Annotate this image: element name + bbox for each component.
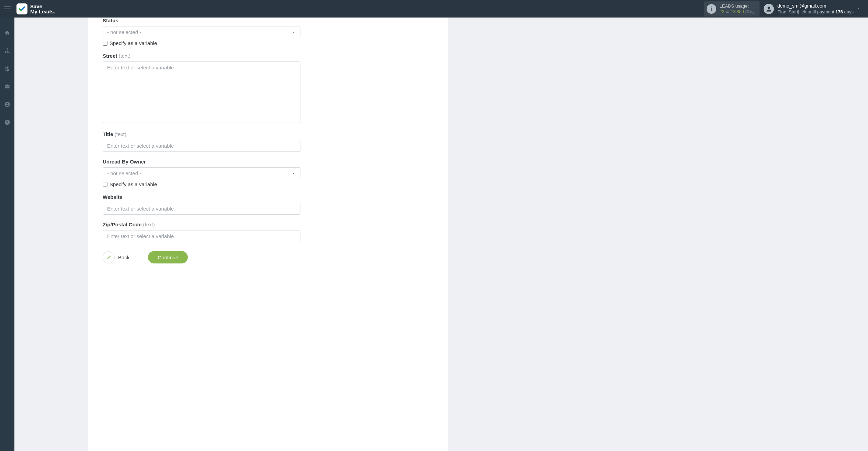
button-row: Back Continue [103, 251, 300, 263]
sidebar-item-help[interactable] [0, 117, 14, 127]
field-label-unread: Unread By Owner [103, 159, 300, 165]
brand-name: Save My Leads. [30, 4, 55, 14]
account-plan-line: Plan |Start| left until payment 176 days [777, 9, 854, 15]
unread-variable-label[interactable]: Specify as a variable [110, 181, 157, 187]
top-bar: Save My Leads. i LEADS usage: 23 of 13'8… [0, 0, 868, 18]
sidebar-item-home[interactable] [0, 28, 14, 38]
chevron-down-icon [291, 30, 296, 35]
status-select[interactable]: - not selected - [103, 26, 300, 38]
user-avatar-icon [764, 4, 774, 14]
field-label-status: Status [103, 18, 300, 23]
unread-variable-checkbox[interactable] [103, 182, 107, 187]
svg-rect-1 [7, 48, 8, 49]
sidebar-item-account[interactable] [0, 99, 14, 110]
field-label-title: Title (text) [103, 131, 300, 137]
account-menu[interactable]: demo_sml@gmail.com Plan |Start| left unt… [764, 3, 854, 15]
field-group-street: Street (text) [103, 53, 300, 124]
pencil-icon [103, 251, 115, 263]
street-input[interactable] [103, 61, 300, 123]
chevron-down-icon [291, 171, 296, 176]
back-button-label: Back [118, 255, 129, 260]
svg-point-6 [7, 103, 8, 105]
field-group-unread: Unread By Owner - not selected - Specify… [103, 159, 300, 187]
hamburger-menu[interactable] [4, 5, 12, 13]
field-group-title: Title (text) [103, 131, 300, 152]
status-variable-checkbox[interactable] [103, 41, 107, 46]
field-label-street: Street (text) [103, 53, 300, 59]
left-sidebar [0, 18, 14, 451]
field-group-website: Website [103, 194, 300, 215]
continue-button[interactable]: Continue [148, 251, 188, 263]
website-input[interactable] [103, 203, 300, 215]
sidebar-item-connections[interactable] [0, 46, 14, 56]
app-logo[interactable] [16, 3, 27, 14]
sidebar-item-billing[interactable] [0, 64, 14, 74]
title-input[interactable] [103, 140, 300, 152]
field-group-zip: Zip/Postal Code (text) [103, 222, 300, 242]
sidebar-item-briefcase[interactable] [0, 81, 14, 92]
account-email: demo_sml@gmail.com [777, 3, 854, 9]
svg-point-0 [768, 7, 770, 9]
field-group-status: Status - not selected - Specify as a var… [103, 18, 300, 46]
svg-rect-4 [9, 52, 10, 53]
zip-input[interactable] [103, 230, 300, 242]
usage-text: LEADS usage: 23 of 13'850 (0%) [720, 3, 755, 14]
svg-rect-2 [5, 52, 6, 53]
leads-usage-box[interactable]: i LEADS usage: 23 of 13'850 (0%) [704, 1, 760, 16]
account-chevron-down-icon[interactable] [854, 6, 864, 12]
main-scroll-area[interactable]: Status - not selected - Specify as a var… [14, 18, 868, 451]
unread-select[interactable]: - not selected - [103, 167, 300, 179]
info-icon: i [707, 4, 716, 14]
back-button[interactable]: Back [103, 251, 129, 263]
status-variable-label[interactable]: Specify as a variable [110, 40, 157, 46]
form-card: Status - not selected - Specify as a var… [88, 18, 448, 451]
field-label-zip: Zip/Postal Code (text) [103, 222, 300, 227]
svg-rect-3 [7, 52, 8, 53]
field-label-website: Website [103, 194, 300, 200]
